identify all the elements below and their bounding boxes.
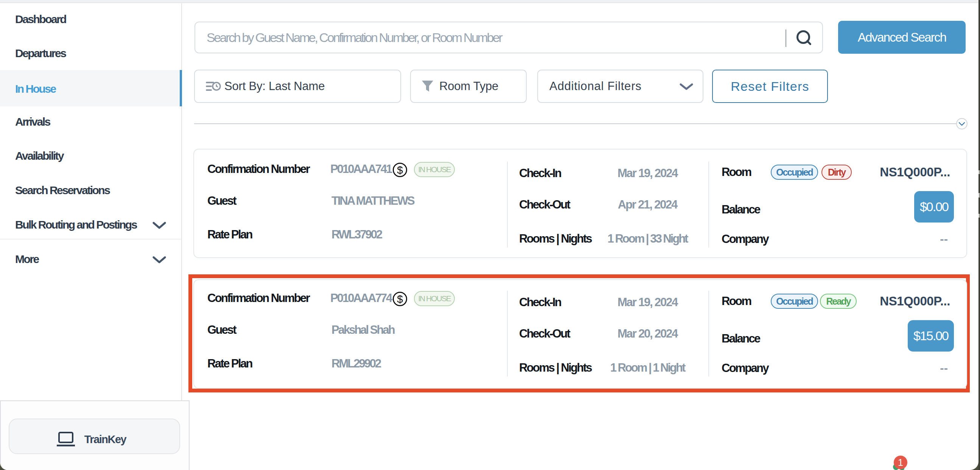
svg-text:$: $ [397, 293, 403, 305]
svg-text:$: $ [397, 164, 403, 176]
